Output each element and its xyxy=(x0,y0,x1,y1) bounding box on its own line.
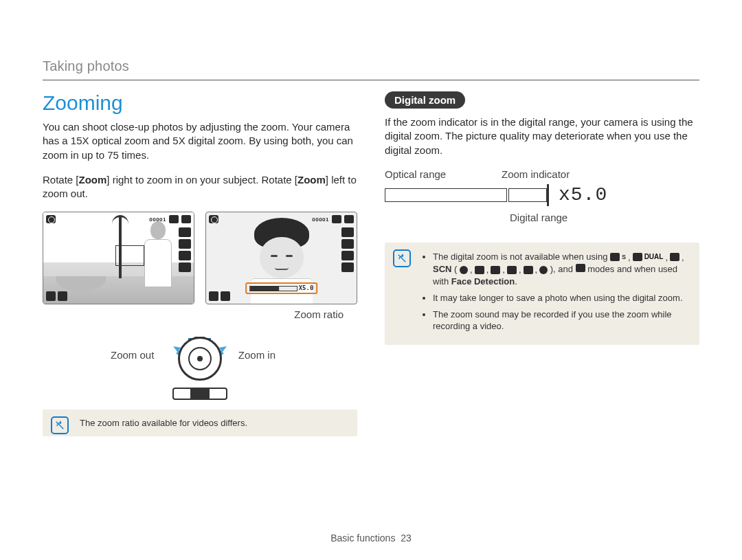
storage-icon xyxy=(169,215,179,223)
intro-paragraph: You can shoot close-up photos by adjusti… xyxy=(43,120,357,162)
zoom-dial-diagram: Zoom out Zoom in xyxy=(104,320,296,392)
breadcrumb-section: Taking photos xyxy=(43,58,699,74)
text: ( xyxy=(454,264,460,274)
right-column: Digital zoom If the zoom indicator is in… xyxy=(385,91,699,539)
divider xyxy=(43,80,699,80)
frame-counter: 00001 xyxy=(149,216,166,223)
footer-page-number: 23 xyxy=(401,533,412,544)
quality-icon xyxy=(179,239,191,249)
zoom-out-label: Zoom out xyxy=(111,349,154,361)
camera-mode-icon xyxy=(209,215,218,223)
note-icon xyxy=(393,249,411,267)
setting-icon xyxy=(179,262,191,272)
lcd-illustrations: 00001 xyxy=(43,212,357,304)
zoom-indicator-diagram: Optical range Zoom indicator x5.0 Digita… xyxy=(385,168,625,223)
face-detection-label: Face Detection xyxy=(451,276,515,287)
mode-icon xyxy=(58,291,67,301)
text: . xyxy=(515,276,517,287)
lcd-wide-view: 00001 xyxy=(43,212,194,304)
dual-label: DUAL xyxy=(644,253,664,261)
battery-icon xyxy=(344,215,354,223)
camera-mode-icon xyxy=(46,215,56,223)
footer-section: Basic functions xyxy=(330,533,395,544)
dual-mode-icon xyxy=(633,253,642,261)
zoom-ratio-value: X5.0 xyxy=(299,285,314,291)
page-footer: Basic functions 23 xyxy=(0,533,742,544)
note-box-digital-zoom: The digital zoom is not available when u… xyxy=(385,243,699,345)
instruction-paragraph: Rotate [Zoom] right to zoom in on your s… xyxy=(43,173,357,201)
mode-icon xyxy=(221,291,230,301)
flash-icon xyxy=(179,251,191,260)
battery-icon xyxy=(181,215,191,223)
frame-counter: 00001 xyxy=(312,216,329,223)
indicator-mark-icon xyxy=(547,184,549,206)
zoom-keyword: Zoom xyxy=(297,174,326,186)
text-icon xyxy=(524,266,533,274)
digital-range-label: Digital range xyxy=(510,212,625,223)
zoom-value-readout: x5.0 xyxy=(559,186,607,205)
storage-icon xyxy=(332,215,341,223)
fireworks-icon xyxy=(539,266,548,274)
zoom-keyword: Zoom xyxy=(79,174,107,186)
digital-zoom-heading: Digital zoom xyxy=(385,91,465,109)
smart-mode-icon xyxy=(610,253,620,261)
closeup-icon xyxy=(507,266,517,274)
size-icon xyxy=(341,227,354,237)
text: Rotate [ xyxy=(43,174,79,186)
beauty-mode-icon xyxy=(670,253,679,261)
focus-frame-icon xyxy=(115,245,144,266)
left-column: Zooming You can shoot close-up photos by… xyxy=(43,91,357,539)
ois-icon xyxy=(209,291,218,301)
quality-icon xyxy=(341,239,354,249)
note-list-item: It may take longer to save a photo when … xyxy=(433,292,690,304)
scn-icons-group: , , , , , xyxy=(460,264,548,276)
text: The digital zoom is not available when u… xyxy=(433,251,610,262)
page-title: Zooming xyxy=(43,91,357,115)
note-list-item: The digital zoom is not available when u… xyxy=(433,251,690,288)
zoom-in-label: Zoom in xyxy=(238,349,276,361)
scn-label: SCN xyxy=(433,264,451,274)
night-icon xyxy=(460,266,468,274)
note-list-item: The zoom sound may be recorded if you us… xyxy=(433,309,690,333)
note-icon xyxy=(51,416,69,434)
lcd-zoomed-view: X5.0 00001 xyxy=(205,212,357,304)
manual-page: Taking photos Zooming You can shoot clos… xyxy=(0,0,742,560)
digital-zoom-paragraph: If the zoom indicator is in the digital … xyxy=(385,115,699,157)
zoom-ring-icon xyxy=(178,337,222,381)
mode-icons-group: S, DUAL, , xyxy=(610,251,684,264)
portrait-icon xyxy=(475,266,484,274)
text: ] right to zoom in on your subject. Rota… xyxy=(106,174,297,186)
optical-range-label: Optical range xyxy=(385,168,502,180)
two-column-layout: Zooming You can shoot close-up photos by… xyxy=(43,91,699,539)
flash-icon xyxy=(341,251,354,260)
setting-icon xyxy=(341,262,354,272)
note-text: The zoom ratio available for videos diff… xyxy=(80,418,247,428)
text: ), and xyxy=(550,264,576,274)
children-icon xyxy=(491,266,500,274)
dial-base-icon xyxy=(172,388,227,400)
size-icon xyxy=(179,227,191,237)
movie-mode-icon xyxy=(576,264,585,272)
optical-range-bar xyxy=(385,188,507,202)
note-box-videos: The zoom ratio available for videos diff… xyxy=(43,410,357,436)
ois-icon xyxy=(46,291,56,301)
zoom-indicator-label: Zoom indicator xyxy=(502,168,625,180)
zoom-ratio-indicator-highlight: X5.0 xyxy=(245,282,318,294)
digital-range-bar xyxy=(508,188,547,202)
zoom-ratio-label: Zoom ratio xyxy=(294,309,344,320)
